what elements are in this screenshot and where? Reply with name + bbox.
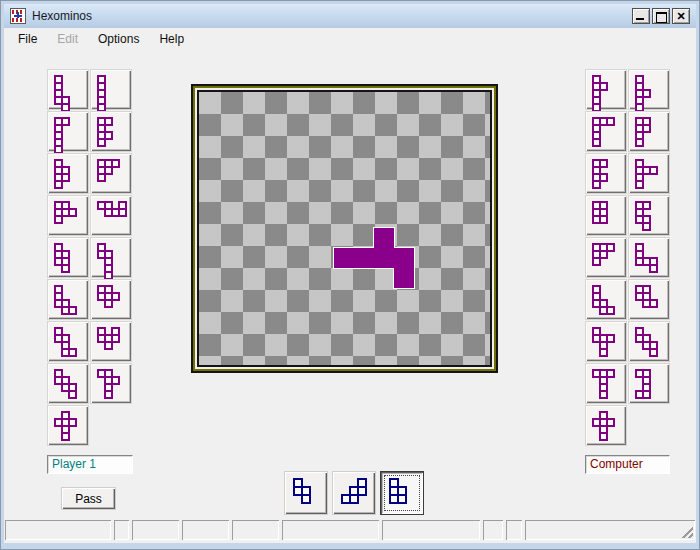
piece-button[interactable] <box>628 195 670 236</box>
piece-button[interactable] <box>47 111 89 152</box>
board-frame <box>193 86 496 371</box>
menu-item-options[interactable]: Options <box>88 28 149 50</box>
piece-button[interactable] <box>585 363 627 404</box>
maximize-button[interactable] <box>652 8 670 24</box>
right-piece-panel <box>585 69 671 447</box>
piece-button[interactable] <box>47 279 89 320</box>
piece-button[interactable] <box>585 405 627 446</box>
piece-button[interactable] <box>585 279 627 320</box>
status-panel <box>5 520 111 540</box>
piece-button[interactable] <box>90 195 132 236</box>
player-name-text: Player 1 <box>52 457 96 471</box>
menu-item-edit: Edit <box>47 28 88 50</box>
piece-button[interactable] <box>585 237 627 278</box>
piece-button[interactable] <box>628 279 670 320</box>
piece-button[interactable] <box>90 279 132 320</box>
minimize-button[interactable] <box>632 8 650 24</box>
piece-button[interactable] <box>47 69 89 110</box>
piece-button[interactable] <box>628 69 670 110</box>
piece-button[interactable] <box>90 69 132 110</box>
piece-button[interactable] <box>47 405 89 446</box>
app-icon <box>10 8 26 24</box>
piece-button[interactable] <box>628 111 670 152</box>
status-panel <box>483 520 503 540</box>
piece-button[interactable] <box>628 237 670 278</box>
piece-button[interactable] <box>90 237 132 278</box>
menubar: File Edit Options Help <box>4 28 696 50</box>
piece-preview-button-2[interactable] <box>332 471 376 515</box>
status-panel <box>182 520 229 540</box>
piece-button[interactable] <box>585 321 627 362</box>
piece-button[interactable] <box>585 195 627 236</box>
piece-button[interactable] <box>90 321 132 362</box>
maximize-icon <box>656 12 667 23</box>
status-panel <box>132 520 179 540</box>
window-title: Hexominos <box>32 4 92 28</box>
piece-preview-button-3[interactable] <box>380 471 424 515</box>
titlebar[interactable]: Hexominos <box>4 4 696 28</box>
status-bar <box>5 520 695 543</box>
piece-button[interactable] <box>628 153 670 194</box>
piece-button[interactable] <box>628 321 670 362</box>
piece-button[interactable] <box>90 111 132 152</box>
piece-button[interactable] <box>585 69 627 110</box>
board-checkerboard[interactable] <box>199 92 490 365</box>
piece-preview-button-1[interactable] <box>284 471 328 515</box>
piece-button[interactable] <box>47 153 89 194</box>
left-piece-panel <box>47 69 133 447</box>
status-panel <box>232 520 279 540</box>
player-name-field[interactable]: Player 1 <box>47 455 133 474</box>
status-panel <box>525 520 695 540</box>
piece-button[interactable] <box>47 195 89 236</box>
minimize-icon <box>636 18 644 20</box>
piece-button[interactable] <box>90 363 132 404</box>
status-panel <box>506 520 522 540</box>
computer-name-field[interactable]: Computer <box>585 455 670 474</box>
menu-item-help[interactable]: Help <box>149 28 194 50</box>
menu-item-file[interactable]: File <box>8 28 47 50</box>
close-button[interactable] <box>672 8 690 24</box>
piece-button[interactable] <box>585 153 627 194</box>
resize-grip-icon[interactable] <box>681 526 693 538</box>
window: Hexominos File Edit Options Help <box>0 0 700 550</box>
computer-name-text: Computer <box>590 457 643 471</box>
piece-button[interactable] <box>47 237 89 278</box>
piece-button[interactable] <box>47 321 89 362</box>
window-controls <box>632 8 690 24</box>
piece-button[interactable] <box>90 153 132 194</box>
pass-button[interactable]: Pass <box>61 487 116 510</box>
piece-button[interactable] <box>628 363 670 404</box>
piece-button[interactable] <box>47 363 89 404</box>
piece-button[interactable] <box>585 111 627 152</box>
status-panel <box>382 520 480 540</box>
status-panel <box>114 520 129 540</box>
game-board[interactable] <box>191 84 498 373</box>
status-panel <box>282 520 379 540</box>
